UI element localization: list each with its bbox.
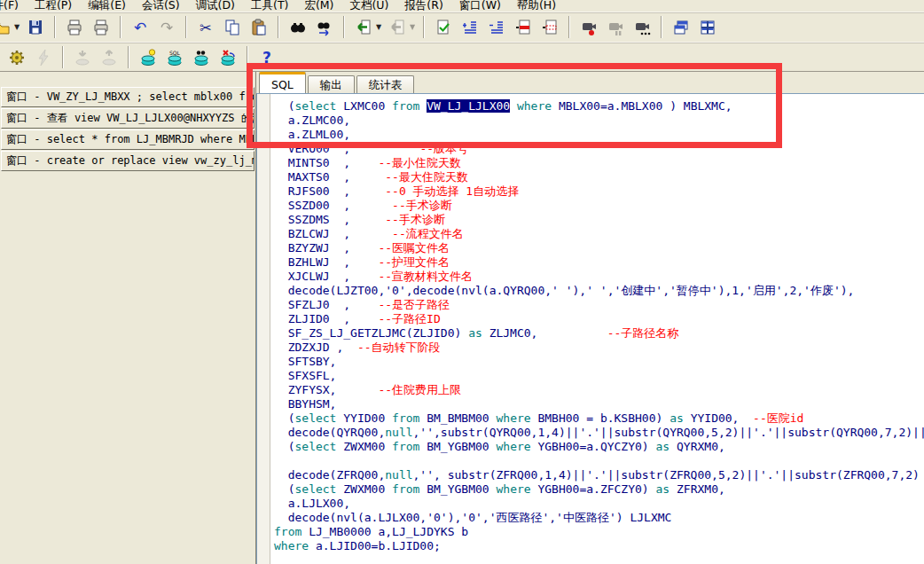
tab-统计表[interactable]: 统计表	[356, 75, 415, 93]
cascade-windows-button[interactable]	[670, 16, 693, 39]
sql-window-button[interactable]: SQL	[163, 46, 186, 69]
code-line: BBYHSM,	[274, 397, 924, 411]
redo-button: ↷	[155, 16, 178, 39]
toolbar-main: ▼↶↷✂▼▼	[0, 12, 924, 42]
db-bulb-icon	[139, 49, 157, 67]
svg-text:✂: ✂	[200, 20, 211, 36]
unindent-button[interactable]	[485, 16, 508, 39]
execute-button[interactable]	[352, 16, 375, 39]
code-line: from LJ_MB0000 a,LJ_LJDYKS b	[274, 525, 924, 539]
help-button[interactable]: ?	[255, 46, 278, 69]
menu-item-5[interactable]: 调试(D)	[188, 0, 243, 12]
code-line: XJCLWJ , --宣教材料文件名	[274, 270, 924, 284]
window-list-item-3[interactable]: 窗口 - select * from LJ_MBMRJD where MBLX0…	[1, 129, 254, 150]
menu-item-2[interactable]: 工程(P)	[27, 0, 80, 12]
open-file-dropdown-arrow[interactable]: ▼	[12, 16, 21, 39]
add-breakpoint-button[interactable]	[512, 16, 535, 39]
code-line: BZYZWJ , --医嘱文件名	[274, 241, 924, 255]
copy-button[interactable]	[221, 16, 244, 39]
code-line: a.LJLX00,	[274, 497, 924, 511]
code-line: (select LXMC00 from VW_LJ_LJLX00 where M…	[274, 99, 924, 114]
menu-item-9[interactable]: 报告(R)	[396, 0, 450, 12]
svg-text:↷: ↷	[161, 19, 173, 36]
compile-button[interactable]	[5, 46, 28, 69]
code-line: a.ZLMC00,	[274, 114, 924, 128]
menu-bar: 文件(F)工程(P)编辑(E)会话(S)调试(D)工具(T)宏(M)文档(U)报…	[0, 0, 924, 12]
code-line: SF_ZS_LJ_GETZLJMC(ZLJID0) as ZLJMC0, --子…	[274, 326, 924, 341]
toolbar-separator	[247, 46, 248, 68]
tile-windows-button[interactable]	[696, 16, 719, 39]
rollback-button	[98, 46, 121, 69]
execute-dropdown-arrow[interactable]: ▼	[374, 16, 383, 39]
print-icon	[92, 19, 110, 36]
print-button[interactable]	[63, 16, 86, 39]
menu-item-1[interactable]: 文件(F)	[0, 0, 27, 12]
menu-item-8[interactable]: 文档(U)	[341, 0, 396, 12]
code-line: (select ZWXM00 from BM_YGBM00 where YGBH…	[274, 482, 924, 497]
test-button[interactable]	[432, 16, 455, 39]
code-line: SFXSFL,	[274, 369, 924, 383]
print-selection-button[interactable]	[90, 16, 113, 39]
execute-session-button	[32, 46, 55, 69]
plsql-developer-window: 文件(F)工程(P)编辑(E)会话(S)调试(D)工具(T)宏(M)文档(U)报…	[0, 0, 924, 72]
window-list-item-1[interactable]: 窗口 - VW_ZY_LJ_MBXX ; select mblx00 from …	[1, 87, 254, 107]
code-line: decode(ZFRQ00,null,'', substr(ZFRQ00,1,4…	[274, 468, 924, 482]
code-line: decode(QYRQ00,null,'',substr(QYRQ00,1,4)…	[274, 426, 924, 440]
gear-icon	[8, 49, 26, 67]
menu-item-10[interactable]: 窗口(W)	[451, 0, 509, 12]
doc-check-icon	[435, 19, 452, 36]
kill-session-button[interactable]	[216, 46, 239, 69]
code-line: a.ZLML00,	[274, 128, 924, 142]
find-next-icon	[316, 19, 333, 36]
toolbar-separator	[661, 16, 662, 38]
browse-session-button[interactable]	[190, 46, 213, 69]
tab-sql[interactable]: SQL	[259, 72, 306, 93]
toolbar-separator	[568, 16, 570, 38]
find-button[interactable]	[286, 16, 309, 39]
code-line: VERO00 , --版本号	[274, 142, 924, 156]
toolbar-separator	[278, 16, 279, 38]
indent-button[interactable]	[458, 16, 482, 39]
tile-icon	[699, 19, 716, 36]
db-up-icon	[100, 49, 118, 67]
tab-输出[interactable]: 输出	[308, 75, 355, 93]
macro-run-button[interactable]	[630, 16, 654, 39]
code-line: ZDZXJD , --自动转下阶段	[274, 341, 924, 355]
paste-button[interactable]	[247, 16, 270, 39]
editor-gutter	[257, 94, 270, 564]
execute-alt-button	[386, 16, 409, 39]
menu-item-7[interactable]: 宏(M)	[296, 0, 341, 12]
menu-item-11[interactable]: 帮助(H)	[509, 0, 564, 12]
new-session-button[interactable]	[137, 46, 160, 69]
main-content: 窗口 - VW_ZY_LJ_MBXX ; select mblx00 from …	[0, 71, 924, 564]
code-line: where a.LJID00=b.LJID00;	[274, 539, 924, 553]
selected-text: VW_LJ_LJLX00	[427, 99, 510, 113]
paste-icon	[250, 19, 268, 36]
editor-tab-bar: SQL输出统计表	[256, 72, 924, 93]
menu-item-4[interactable]: 会话(S)	[134, 0, 188, 12]
code-line: (select ZWXM00 from BM_YGBM00 where YGBH…	[274, 440, 924, 454]
cut-button[interactable]: ✂	[194, 16, 217, 39]
code-line: ZLJID0 , --子路径ID	[274, 312, 924, 326]
toolbar-separator	[120, 16, 121, 38]
menu-item-6[interactable]: 工具(T)	[243, 0, 296, 12]
code-line: RJFS00 , --0 手动选择 1自动选择	[274, 184, 924, 199]
delete-breakpoint-button[interactable]	[538, 16, 561, 39]
window-list-item-2[interactable]: 窗口 - 查看 view VW_LJ_LJLX00@NHXYYZS 的源	[1, 108, 254, 129]
find-next-button[interactable]	[313, 16, 336, 39]
sql-code-area[interactable]: (select LXMC00 from VW_LJ_LJLX00 where M…	[256, 93, 924, 564]
menu-item-3[interactable]: 编辑(E)	[80, 0, 134, 12]
db-find-icon	[192, 49, 210, 67]
redo-icon: ↷	[158, 19, 176, 36]
sql-editor: SQL输出统计表 (select LXMC00 from VW_LJ_LJLX0…	[256, 72, 924, 564]
brk-add-icon	[514, 19, 532, 36]
window-list-item-4[interactable]: 窗口 - create or replace view vw_zy_lj_mbx…	[1, 151, 254, 171]
macro-record-button[interactable]	[577, 16, 600, 39]
open-file-button[interactable]	[0, 16, 13, 39]
sql-code[interactable]: (select LXMC00 from VW_LJ_LJLX00 where M…	[270, 94, 924, 564]
camera-pause-icon	[607, 19, 624, 36]
undo-button[interactable]: ↶	[129, 16, 152, 39]
execute-alt-dropdown-arrow: ▼	[408, 16, 417, 39]
toolbar-separator	[343, 16, 345, 38]
save-button[interactable]	[24, 16, 47, 39]
